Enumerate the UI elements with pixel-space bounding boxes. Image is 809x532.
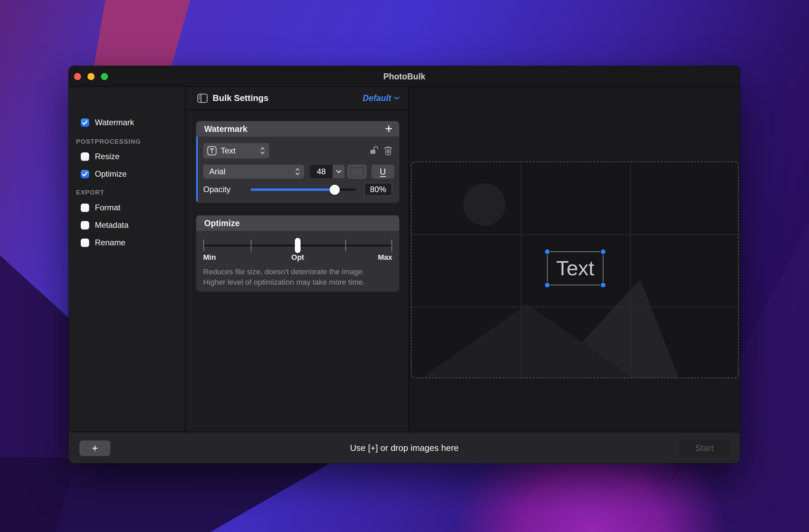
add-watermark-button[interactable]: + bbox=[385, 121, 393, 137]
preset-label: Default bbox=[363, 93, 391, 103]
watermark-preview-text[interactable]: Text bbox=[548, 256, 603, 280]
watermark-type-value: Text bbox=[221, 146, 236, 155]
grid-line bbox=[630, 162, 631, 378]
sidebar-item-label: Rename bbox=[95, 238, 125, 247]
font-color-button[interactable] bbox=[347, 165, 367, 179]
watermark-type-select[interactable]: Text bbox=[203, 143, 269, 158]
font-size-combo[interactable]: 48 bbox=[309, 165, 345, 179]
sidebar-item-label: Metadata bbox=[95, 220, 128, 230]
settings-panel: Bulk Settings Default Watermark + bbox=[186, 87, 409, 432]
text-format-icon bbox=[207, 146, 217, 155]
sidebar-item-watermark[interactable]: Watermark bbox=[69, 116, 185, 130]
optimize-slider-labels: Min Opt Max bbox=[203, 253, 392, 262]
chevron-down-icon bbox=[394, 96, 400, 100]
grid-line bbox=[521, 162, 521, 378]
optimize-level-slider[interactable] bbox=[203, 245, 392, 246]
format-checkbox[interactable] bbox=[81, 204, 89, 212]
opacity-slider[interactable] bbox=[251, 188, 356, 191]
slider-tick bbox=[251, 240, 252, 251]
font-family-value: Arial bbox=[209, 167, 225, 176]
font-family-select[interactable]: Arial bbox=[203, 165, 304, 179]
preview-panel: Text bbox=[409, 87, 740, 432]
bulk-settings-icon bbox=[197, 93, 208, 104]
sidebar-item-label: Watermark bbox=[95, 118, 134, 127]
card-title: Optimize bbox=[204, 216, 240, 231]
title-bar[interactable]: PhotoBulk bbox=[69, 66, 740, 87]
chevron-up-down-icon bbox=[260, 147, 265, 155]
optimize-slider-thumb[interactable] bbox=[295, 238, 301, 253]
rename-checkbox[interactable] bbox=[81, 239, 89, 247]
chevron-up-down-icon bbox=[295, 168, 300, 176]
sidebar-item-label: Optimize bbox=[95, 169, 127, 179]
sidebar-item-label: Resize bbox=[95, 152, 119, 161]
optimize-description-line1: Reduces file size, doesn't deteriorate t… bbox=[203, 267, 365, 277]
optimize-card: Optimize Min Opt Max Reduces file size, … bbox=[196, 216, 399, 292]
slider-tick bbox=[391, 240, 392, 251]
sidebar-item-optimize[interactable]: Optimize bbox=[69, 167, 185, 181]
placeholder-sun bbox=[463, 183, 505, 226]
window-title: PhotoBulk bbox=[69, 66, 740, 87]
watermark-card-header: Watermark + bbox=[196, 121, 399, 137]
panel-title: Bulk Settings bbox=[212, 87, 269, 109]
opacity-slider-thumb[interactable] bbox=[330, 185, 340, 195]
watermark-card: Watermark + Text bbox=[196, 121, 399, 203]
delete-watermark-button[interactable] bbox=[383, 145, 394, 156]
bottom-bar: + Use [+] or drop images here Start bbox=[69, 432, 740, 463]
trash-icon bbox=[383, 145, 393, 156]
lock-toggle-button[interactable] bbox=[369, 145, 379, 156]
slider-label-min: Min bbox=[203, 253, 216, 262]
slider-tick bbox=[203, 240, 204, 251]
opacity-label: Opacity bbox=[203, 183, 230, 196]
sidebar-item-metadata[interactable]: Metadata bbox=[69, 218, 185, 232]
opacity-value-field[interactable]: 80% bbox=[364, 183, 392, 196]
resize-handle-bottom-left[interactable] bbox=[544, 282, 550, 288]
font-size-value[interactable]: 48 bbox=[310, 165, 333, 178]
opacity-slider-fill bbox=[251, 188, 335, 191]
metadata-checkbox[interactable] bbox=[81, 221, 89, 229]
font-size-dropdown-button[interactable] bbox=[333, 165, 344, 178]
optimize-card-header: Optimize bbox=[196, 216, 399, 231]
check-icon bbox=[82, 171, 88, 177]
bulk-settings-header: Bulk Settings Default bbox=[186, 87, 408, 110]
start-button[interactable]: Start bbox=[679, 440, 729, 456]
preset-dropdown[interactable]: Default bbox=[363, 87, 400, 109]
unlock-icon bbox=[369, 145, 379, 156]
drop-images-hint: Use [+] or drop images here bbox=[69, 432, 740, 463]
photobulk-window: PhotoBulk Watermark POSTPROCESSING Resiz… bbox=[69, 66, 740, 463]
resize-checkbox[interactable] bbox=[81, 152, 89, 161]
sidebar-item-label: Format bbox=[95, 203, 120, 212]
resize-handle-top-right[interactable] bbox=[600, 249, 606, 255]
watermark-selection-box[interactable]: Text bbox=[547, 251, 603, 285]
chevron-down-icon bbox=[336, 170, 341, 173]
optimize-description: Reduces file size, doesn't deteriorate t… bbox=[203, 267, 365, 287]
sidebar-item-resize[interactable]: Resize bbox=[69, 150, 185, 164]
card-title: Watermark bbox=[204, 121, 247, 137]
sidebar-item-format[interactable]: Format bbox=[69, 201, 185, 215]
sidebar-section-postprocessing: POSTPROCESSING bbox=[76, 138, 141, 145]
selected-layer-accent bbox=[196, 137, 198, 203]
sidebar-section-export: EXPORT bbox=[76, 189, 104, 196]
watermark-checkbox[interactable] bbox=[81, 118, 89, 127]
resize-handle-bottom-right[interactable] bbox=[600, 282, 606, 288]
optimize-description-line2: Higher level of optimization may take mo… bbox=[203, 277, 365, 287]
optimize-checkbox[interactable] bbox=[81, 170, 89, 178]
resize-handle-top-left[interactable] bbox=[544, 249, 550, 255]
underline-button[interactable]: U bbox=[372, 165, 394, 179]
slider-label-max: Max bbox=[378, 253, 392, 262]
grid-line bbox=[412, 234, 738, 235]
sidebar: Watermark POSTPROCESSING Resize Optimize… bbox=[69, 87, 186, 432]
grid-line bbox=[412, 307, 738, 307]
slider-label-opt: Opt bbox=[291, 253, 304, 262]
sidebar-item-rename[interactable]: Rename bbox=[69, 236, 185, 250]
check-icon bbox=[82, 120, 88, 125]
slider-tick bbox=[345, 240, 346, 251]
color-swatch bbox=[350, 167, 364, 176]
